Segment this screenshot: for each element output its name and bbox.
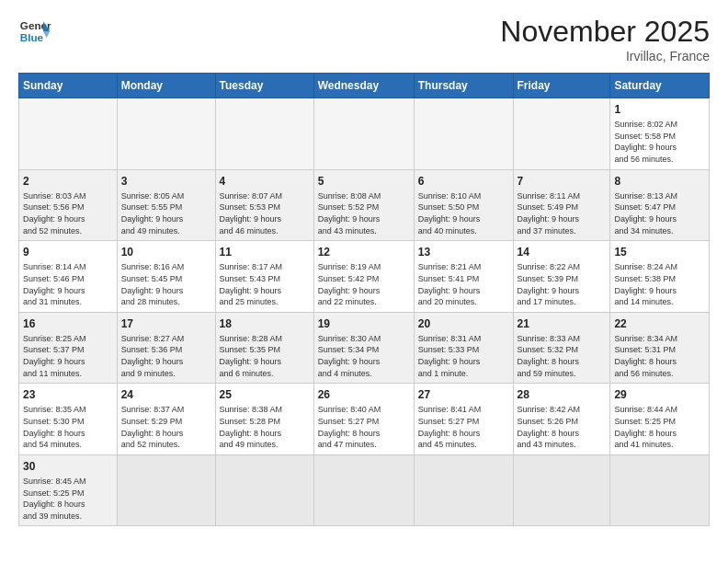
day-info: Sunrise: 8:24 AM Sunset: 5:38 PM Dayligh… <box>614 261 705 307</box>
title-block: November 2025 Irvillac, France <box>500 15 710 63</box>
day-number: 7 <box>518 174 607 189</box>
day-number: 9 <box>23 245 113 259</box>
calendar-day <box>610 454 710 526</box>
day-number: 14 <box>518 245 607 259</box>
calendar-day <box>313 454 414 526</box>
day-info: Sunrise: 8:25 AM Sunset: 5:37 PM Dayligh… <box>23 333 113 379</box>
svg-marker-3 <box>43 31 50 38</box>
calendar-header-wednesday: Wednesday <box>313 74 414 98</box>
day-info: Sunrise: 8:28 AM Sunset: 5:35 PM Dayligh… <box>220 333 310 379</box>
calendar-day: 29Sunrise: 8:44 AM Sunset: 5:25 PM Dayli… <box>610 384 710 455</box>
calendar-day: 22Sunrise: 8:34 AM Sunset: 5:31 PM Dayli… <box>610 312 710 384</box>
day-info: Sunrise: 8:27 AM Sunset: 5:36 PM Dayligh… <box>121 333 211 379</box>
calendar-header-thursday: Thursday <box>414 74 513 98</box>
day-info: Sunrise: 8:05 AM Sunset: 5:55 PM Dayligh… <box>121 190 211 236</box>
calendar-week-5: 30Sunrise: 8:45 AM Sunset: 5:25 PM Dayli… <box>19 454 710 526</box>
day-info: Sunrise: 8:30 AM Sunset: 5:34 PM Dayligh… <box>318 333 410 379</box>
calendar-header-row: SundayMondayTuesdayWednesdayThursdayFrid… <box>19 74 710 98</box>
page: General Blue November 2025 Irvillac, Fra… <box>0 0 728 563</box>
calendar-day <box>19 98 118 170</box>
day-info: Sunrise: 8:34 AM Sunset: 5:31 PM Dayligh… <box>614 333 705 379</box>
calendar-header-sunday: Sunday <box>19 74 118 98</box>
day-info: Sunrise: 8:21 AM Sunset: 5:41 PM Dayligh… <box>418 261 509 307</box>
calendar-day: 17Sunrise: 8:27 AM Sunset: 5:36 PM Dayli… <box>117 312 215 384</box>
day-number: 20 <box>418 316 509 331</box>
calendar-day: 26Sunrise: 8:40 AM Sunset: 5:27 PM Dayli… <box>313 384 414 455</box>
header: General Blue November 2025 Irvillac, Fra… <box>18 15 710 63</box>
day-info: Sunrise: 8:11 AM Sunset: 5:49 PM Dayligh… <box>518 190 607 236</box>
day-info: Sunrise: 8:42 AM Sunset: 5:26 PM Dayligh… <box>518 404 607 450</box>
day-number: 22 <box>614 316 705 331</box>
calendar-table: SundayMondayTuesdayWednesdayThursdayFrid… <box>18 73 710 526</box>
day-number: 27 <box>418 387 509 402</box>
day-number: 5 <box>318 174 410 189</box>
day-info: Sunrise: 8:03 AM Sunset: 5:56 PM Dayligh… <box>23 190 113 236</box>
location: Irvillac, France <box>500 49 710 63</box>
calendar-day: 15Sunrise: 8:24 AM Sunset: 5:38 PM Dayli… <box>610 241 710 313</box>
calendar-day <box>117 454 215 526</box>
day-info: Sunrise: 8:16 AM Sunset: 5:45 PM Dayligh… <box>121 261 211 307</box>
calendar-day: 5Sunrise: 8:08 AM Sunset: 5:52 PM Daylig… <box>313 169 414 241</box>
day-number: 1 <box>614 102 705 117</box>
day-number: 18 <box>220 316 310 331</box>
day-info: Sunrise: 8:41 AM Sunset: 5:27 PM Dayligh… <box>418 404 509 450</box>
calendar-week-2: 9Sunrise: 8:14 AM Sunset: 5:46 PM Daylig… <box>19 241 710 313</box>
calendar-header-friday: Friday <box>513 74 610 98</box>
calendar-day: 27Sunrise: 8:41 AM Sunset: 5:27 PM Dayli… <box>414 384 513 455</box>
day-number: 29 <box>614 387 705 402</box>
day-info: Sunrise: 8:14 AM Sunset: 5:46 PM Dayligh… <box>23 261 113 307</box>
calendar-day: 16Sunrise: 8:25 AM Sunset: 5:37 PM Dayli… <box>19 312 118 384</box>
calendar-day: 3Sunrise: 8:05 AM Sunset: 5:55 PM Daylig… <box>117 169 215 241</box>
calendar-day: 11Sunrise: 8:17 AM Sunset: 5:43 PM Dayli… <box>215 241 313 313</box>
day-number: 21 <box>518 316 607 331</box>
day-info: Sunrise: 8:33 AM Sunset: 5:32 PM Dayligh… <box>518 333 607 379</box>
day-number: 3 <box>121 174 211 189</box>
calendar-day: 9Sunrise: 8:14 AM Sunset: 5:46 PM Daylig… <box>19 241 118 313</box>
calendar-day <box>313 98 414 170</box>
calendar-day: 24Sunrise: 8:37 AM Sunset: 5:29 PM Dayli… <box>117 384 215 455</box>
day-number: 26 <box>318 387 410 402</box>
logo-icon: General Blue <box>18 15 51 48</box>
day-number: 25 <box>220 387 310 402</box>
calendar-day: 19Sunrise: 8:30 AM Sunset: 5:34 PM Dayli… <box>313 312 414 384</box>
svg-text:Blue: Blue <box>20 31 44 43</box>
day-number: 2 <box>23 174 113 189</box>
calendar-day: 14Sunrise: 8:22 AM Sunset: 5:39 PM Dayli… <box>513 241 610 313</box>
calendar-week-0: 1Sunrise: 8:02 AM Sunset: 5:58 PM Daylig… <box>19 98 710 170</box>
day-info: Sunrise: 8:19 AM Sunset: 5:42 PM Dayligh… <box>318 261 410 307</box>
calendar-day: 23Sunrise: 8:35 AM Sunset: 5:30 PM Dayli… <box>19 384 118 455</box>
calendar-day: 2Sunrise: 8:03 AM Sunset: 5:56 PM Daylig… <box>19 169 118 241</box>
calendar-day: 13Sunrise: 8:21 AM Sunset: 5:41 PM Dayli… <box>414 241 513 313</box>
calendar-header-monday: Monday <box>117 74 215 98</box>
calendar-header-saturday: Saturday <box>610 74 710 98</box>
day-info: Sunrise: 8:17 AM Sunset: 5:43 PM Dayligh… <box>220 261 310 307</box>
calendar-day <box>215 98 313 170</box>
day-number: 30 <box>23 459 113 474</box>
day-number: 17 <box>121 316 211 331</box>
calendar-day: 12Sunrise: 8:19 AM Sunset: 5:42 PM Dayli… <box>313 241 414 313</box>
calendar-day: 4Sunrise: 8:07 AM Sunset: 5:53 PM Daylig… <box>215 169 313 241</box>
calendar-day: 28Sunrise: 8:42 AM Sunset: 5:26 PM Dayli… <box>513 384 610 455</box>
calendar-day: 18Sunrise: 8:28 AM Sunset: 5:35 PM Dayli… <box>215 312 313 384</box>
day-number: 15 <box>614 245 705 259</box>
day-number: 16 <box>23 316 113 331</box>
day-info: Sunrise: 8:38 AM Sunset: 5:28 PM Dayligh… <box>220 404 310 450</box>
day-info: Sunrise: 8:45 AM Sunset: 5:25 PM Dayligh… <box>23 476 113 522</box>
calendar-day: 20Sunrise: 8:31 AM Sunset: 5:33 PM Dayli… <box>414 312 513 384</box>
day-number: 28 <box>518 387 607 402</box>
calendar-header-tuesday: Tuesday <box>215 74 313 98</box>
calendar-day <box>513 98 610 170</box>
day-info: Sunrise: 8:02 AM Sunset: 5:58 PM Dayligh… <box>614 119 705 165</box>
calendar-week-3: 16Sunrise: 8:25 AM Sunset: 5:37 PM Dayli… <box>19 312 710 384</box>
day-info: Sunrise: 8:37 AM Sunset: 5:29 PM Dayligh… <box>121 404 211 450</box>
day-info: Sunrise: 8:44 AM Sunset: 5:25 PM Dayligh… <box>614 404 705 450</box>
calendar-day: 7Sunrise: 8:11 AM Sunset: 5:49 PM Daylig… <box>513 169 610 241</box>
calendar-day: 10Sunrise: 8:16 AM Sunset: 5:45 PM Dayli… <box>117 241 215 313</box>
day-info: Sunrise: 8:13 AM Sunset: 5:47 PM Dayligh… <box>614 190 705 236</box>
day-number: 24 <box>121 387 211 402</box>
day-info: Sunrise: 8:35 AM Sunset: 5:30 PM Dayligh… <box>23 404 113 450</box>
day-info: Sunrise: 8:10 AM Sunset: 5:50 PM Dayligh… <box>418 190 509 236</box>
day-number: 6 <box>418 174 509 189</box>
month-title: November 2025 <box>500 15 710 49</box>
day-number: 19 <box>318 316 410 331</box>
